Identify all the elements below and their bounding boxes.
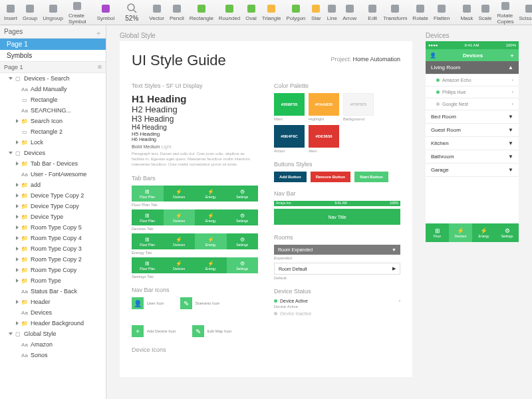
layer-group[interactable]: ▢Devices - Search xyxy=(0,73,106,84)
layer-item[interactable]: 📁Header xyxy=(0,297,106,307)
layer-item[interactable]: 📁Room Type Copy 5 xyxy=(0,222,106,233)
layer-item[interactable]: 📁add xyxy=(0,180,106,190)
tool-flatten[interactable]: Flatten xyxy=(434,3,450,21)
layer-item[interactable]: AaAdd Manually xyxy=(0,84,106,94)
room-row[interactable]: Guest Room▼ xyxy=(426,124,519,137)
tool-polygon[interactable]: Polygon xyxy=(286,3,305,21)
tool-symbol[interactable]: Symbol xyxy=(97,3,115,21)
room-expanded[interactable]: Room Expanded▼ xyxy=(274,245,400,255)
tool-rotate[interactable]: Rotate xyxy=(412,3,428,21)
tool-scissors[interactable]: Scissors xyxy=(519,3,532,21)
color-swatch[interactable]: #FAAB35 xyxy=(309,93,339,116)
room-header[interactable]: Living Room▲ xyxy=(426,61,519,74)
nav-icon[interactable]: ✎ xyxy=(180,297,192,309)
tab[interactable]: ⚡Devices xyxy=(164,186,196,201)
room-row[interactable]: Kitchen▼ xyxy=(426,137,519,150)
tool-vector[interactable]: Vector xyxy=(149,3,164,21)
layer-item[interactable]: 📁Lock xyxy=(0,137,106,148)
tab[interactable]: ⚙Settings xyxy=(227,209,259,225)
tool-insert[interactable]: Insert xyxy=(4,3,17,21)
room-row[interactable]: Garage▼ xyxy=(426,164,519,177)
nav-icon[interactable]: 👤 xyxy=(132,297,144,309)
layer-item[interactable]: 📁Room Type Copy xyxy=(0,265,106,275)
tab[interactable]: ⚙Settings xyxy=(227,186,259,201)
layer-item[interactable]: ▭Rectangle 2 xyxy=(0,126,106,137)
device-item[interactable]: Philips Hue› xyxy=(426,86,519,98)
layer-item[interactable]: 📁Header Background xyxy=(0,318,106,329)
tool-line[interactable]: Line xyxy=(327,3,337,21)
tool-scale[interactable]: Scale xyxy=(479,3,492,21)
tab[interactable]: ⊞Floor Plan xyxy=(132,233,164,249)
tool-pencil[interactable]: Pencil xyxy=(170,3,184,21)
device-tab[interactable]: ⚡Devices xyxy=(449,223,472,242)
layer-item[interactable]: AaUser - FontAwesome xyxy=(0,169,106,180)
device-artboard[interactable]: ●●●●9:41 AM100% 👤 Devices ＋ Living Room▲… xyxy=(426,41,519,242)
page-item[interactable]: Symbols xyxy=(0,50,106,61)
room-row[interactable]: Bed Room▼ xyxy=(426,110,519,124)
device-tab[interactable]: ⚡Energy xyxy=(472,223,495,242)
styleguide-artboard[interactable]: UI Style Guide Project: Home Automation … xyxy=(120,41,412,377)
color-swatch[interactable]: #DE3630 xyxy=(309,125,339,148)
tab[interactable]: ⚡Energy xyxy=(195,233,227,249)
page-item[interactable]: Page 1 xyxy=(0,39,106,50)
tab[interactable]: ⊞Floor Plan xyxy=(132,186,164,201)
layer-item[interactable]: 📁Room Type Copy 4 xyxy=(0,233,106,243)
tab[interactable]: ⚡Devices xyxy=(164,233,196,249)
tool-create-symbol[interactable]: Create Symbol xyxy=(68,1,86,25)
layer-item[interactable]: 📁Device Type Copy xyxy=(0,201,106,211)
add-page-icon[interactable]: ＋ xyxy=(95,29,102,35)
device-item[interactable]: Google Nest› xyxy=(426,98,519,110)
room-default[interactable]: Room Default▶ xyxy=(274,263,400,275)
tool-rounded[interactable]: Rounded xyxy=(219,3,240,21)
nav-icon[interactable]: ✎ xyxy=(192,325,204,337)
canvas[interactable]: Global Style Devices UI Style Guide Proj… xyxy=(106,25,532,399)
tool-arrow[interactable]: Arrow xyxy=(342,3,356,21)
color-swatch[interactable]: #F5F5F5 xyxy=(343,93,374,116)
tool-triangle[interactable]: Triangle xyxy=(262,3,281,21)
tool-rectangle[interactable]: Rectangle xyxy=(190,3,213,21)
nav-icon[interactable]: ＋ xyxy=(132,325,144,337)
tab[interactable]: ⚡Devices xyxy=(164,209,196,225)
tool-oval[interactable]: Oval xyxy=(245,3,256,21)
layer-group[interactable]: ▢Devices xyxy=(0,148,106,158)
layer-item[interactable]: AaAmazon xyxy=(0,339,106,350)
tool-rotate-copies[interactable]: Rotate Copies xyxy=(497,1,514,25)
layer-item[interactable]: 📁Room Type xyxy=(0,275,106,286)
device-item[interactable]: Amazon Echo› xyxy=(426,74,519,86)
layer-item[interactable]: AaSEARCHING... xyxy=(0,105,106,116)
layer-item[interactable]: 📁Device Type xyxy=(0,211,106,222)
user-icon[interactable]: 👤 xyxy=(430,53,436,59)
tool-edit[interactable]: Edit xyxy=(367,3,378,21)
layer-item[interactable]: AaSonos xyxy=(0,350,106,360)
layer-item[interactable]: 📁Tab Bar - Devices xyxy=(0,158,106,169)
tool-transform[interactable]: Transform xyxy=(383,3,407,21)
tab[interactable]: ⚡Energy xyxy=(195,209,227,225)
layer-item[interactable]: 📁Room Type Copy 3 xyxy=(0,243,106,254)
layer-group[interactable]: ▢Global Style xyxy=(0,329,106,339)
device-tab[interactable]: ⊞Floor xyxy=(426,223,449,242)
layer-item[interactable]: AaDevices xyxy=(0,307,106,318)
layer-item[interactable]: 📁Room Type Copy 2 xyxy=(0,254,106,265)
button[interactable]: Start Button xyxy=(354,172,388,182)
button[interactable]: Add Button xyxy=(274,172,307,182)
tool-ungroup[interactable]: Ungroup xyxy=(43,3,63,21)
tool-mask[interactable]: Mask xyxy=(460,3,473,21)
tab[interactable]: ⚡Energy xyxy=(195,257,227,273)
device-tab[interactable]: ⚙Settings xyxy=(495,223,519,242)
tab[interactable]: ⚙Settings xyxy=(227,257,259,273)
tab[interactable]: ⚡Devices xyxy=(164,257,196,273)
tab[interactable]: ⚙Settings xyxy=(227,233,259,249)
color-swatch[interactable]: #0B4F6C xyxy=(274,125,305,148)
layer-item[interactable]: 📁Device Type Copy 2 xyxy=(0,190,106,201)
tool-star[interactable]: Star xyxy=(311,3,321,21)
layer-item[interactable]: 📁Search Icon xyxy=(0,116,106,126)
tab[interactable]: ⊞Floor Plan xyxy=(132,209,164,225)
layer-item[interactable]: ▭Rectangle xyxy=(0,94,106,105)
tab[interactable]: ⊞Floor Plan xyxy=(132,257,164,273)
layer-item[interactable]: AaStatus Bar - Back xyxy=(0,286,106,297)
tool-group[interactable]: Group xyxy=(23,3,37,21)
color-swatch[interactable]: #20BF55 xyxy=(274,93,305,116)
add-icon[interactable]: ＋ xyxy=(509,52,515,59)
tab[interactable]: ⚡Energy xyxy=(195,186,227,201)
room-row[interactable]: Bathroom▼ xyxy=(426,150,519,164)
